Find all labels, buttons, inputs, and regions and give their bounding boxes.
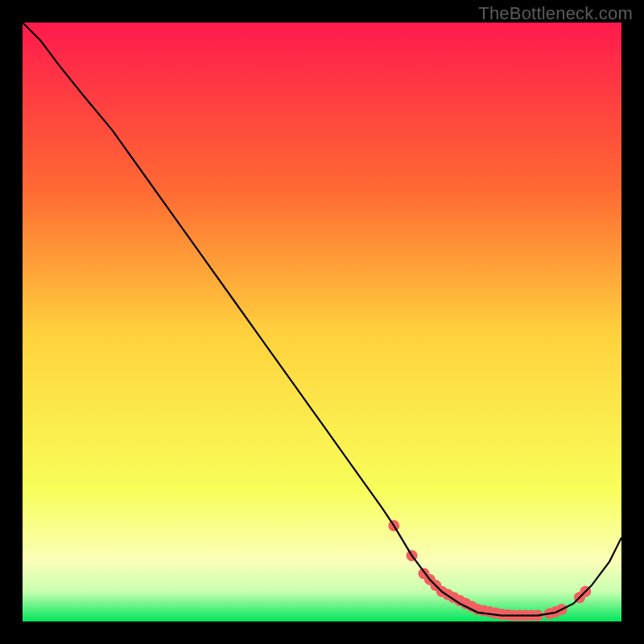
gradient-background [23,23,621,621]
chart-frame: TheBottleneck.com [0,0,644,644]
plot-area [23,23,621,621]
chart-svg [23,23,621,621]
watermark-text: TheBottleneck.com [478,3,633,24]
